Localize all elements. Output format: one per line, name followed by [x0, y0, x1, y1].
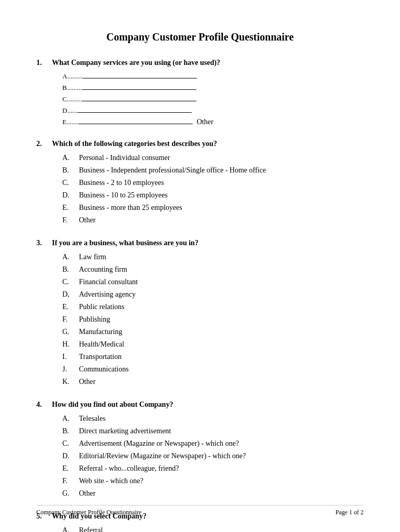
answer-letter-2-1: B. — [62, 165, 79, 176]
answer-text-2-5: Other — [79, 215, 364, 225]
footer-right: Page 1 of 2 — [336, 509, 364, 516]
answer-letter-4-0: A. — [62, 413, 79, 424]
answer-letter-2-3: D. — [62, 190, 79, 201]
question-2-text: Which of the following categories best d… — [52, 140, 364, 148]
answer-item-2-1: B.Business - Independent professional/Si… — [62, 165, 364, 176]
answer-item-3-8: I.Transportation — [62, 351, 364, 362]
answer-item-3-5: F.Publishing — [62, 314, 364, 325]
answer-letter-4-5: F. — [62, 475, 79, 486]
question-3-text: If you are a business, what business are… — [52, 239, 364, 247]
answer-letter-4-1: B. — [62, 425, 79, 436]
answer-text-4-1: Direct marketing advertisement — [79, 425, 364, 436]
answer-letter-2-5: F. — [62, 215, 79, 225]
answer-item-5-0: A.Referral — [62, 525, 364, 532]
answer-text-3-5: Publishing — [79, 314, 364, 325]
answer-letter-3-4: E. — [62, 301, 79, 312]
fill-letter-1: B......... — [62, 84, 82, 92]
answer-item-4-5: F.Web site - which one? — [62, 475, 364, 486]
answer-item-3-0: A.Law firm — [62, 251, 364, 262]
question-2: 2.Which of the following categories best… — [36, 140, 364, 225]
fill-line-1: B......... — [62, 83, 364, 92]
question-4-text: How did you find out about Company? — [52, 401, 364, 409]
answer-text-3-6: Manufacturing — [79, 326, 364, 337]
answer-item-4-1: B.Direct marketing advertisement — [62, 425, 364, 436]
answer-text-2-3: Business - 10 to 25 employees — [79, 190, 364, 201]
question-1: 1.What Company services are you using (o… — [36, 59, 364, 126]
question-1-text: What Company services are you using (or … — [52, 59, 364, 67]
fill-letter-2: C......... — [62, 95, 82, 103]
answer-text-2-0: Personal - Individual consumer — [79, 152, 364, 163]
answer-item-2-2: C.Business - 2 to 10 employees — [62, 177, 364, 188]
answer-item-3-7: H.Health/Medical — [62, 339, 364, 350]
answer-letter-3-6: G. — [62, 326, 79, 337]
answer-letter-3-9: J. — [62, 364, 79, 375]
answer-item-3-4: E.Public relations — [62, 301, 364, 312]
answer-item-3-10: K.Other — [62, 376, 364, 387]
fill-underline-3[interactable] — [77, 105, 192, 113]
answer-letter-2-2: C. — [62, 177, 79, 188]
question-4: 4.How did you find out about Company?A.T… — [36, 401, 364, 499]
answer-text-2-2: Business - 2 to 10 employees — [79, 177, 364, 188]
answer-letter-3-3: D, — [62, 289, 79, 300]
answer-item-2-3: D.Business - 10 to 25 employees — [62, 190, 364, 201]
answer-text-4-0: Telesales — [79, 413, 364, 424]
question-2-answer-list: A.Personal - Individual consumerB.Busine… — [62, 152, 364, 225]
answer-letter-4-4: E. — [62, 463, 79, 474]
fill-line-3: D...... — [62, 105, 364, 115]
answer-letter-2-4: E. — [62, 202, 79, 213]
answer-letter-3-0: A. — [62, 251, 79, 262]
page-title: Company Customer Profile Questionnaire — [36, 31, 364, 43]
fill-line-0: A......... — [62, 71, 364, 81]
answer-text-3-9: Communications — [79, 364, 364, 375]
answer-text-3-1: Accounting firm — [79, 264, 364, 275]
answer-text-2-1: Business - Independent professional/Sing… — [79, 165, 364, 176]
fill-underline-0[interactable] — [83, 71, 197, 78]
answer-letter-5-0: A. — [62, 525, 79, 532]
answer-text-4-4: Referral - who...colleague, friend? — [79, 463, 364, 474]
fill-letter-4: E....... — [62, 118, 78, 126]
fill-underline-4[interactable] — [78, 117, 193, 124]
answer-letter-3-10: K. — [62, 376, 79, 387]
answer-text-5-0: Referral — [79, 525, 364, 532]
question-3: 3.If you are a business, what business a… — [36, 239, 364, 387]
question-3-answer-list: A.Law firmB.Accounting firmC.Financial c… — [62, 251, 364, 387]
fill-line-4: E.......Other — [62, 117, 364, 126]
footer-left: Company Customer Profile Questionnaire — [36, 509, 141, 516]
answer-letter-3-7: H. — [62, 339, 79, 350]
fill-underline-1[interactable] — [82, 83, 196, 90]
answer-text-3-10: Other — [79, 376, 364, 387]
fill-letter-0: A......... — [62, 72, 83, 81]
answer-item-4-0: A.Telesales — [62, 413, 364, 424]
answer-letter-3-2: C. — [62, 276, 79, 287]
answer-item-4-4: E.Referral - who...colleague, friend? — [62, 463, 364, 474]
question-5-answer-list: A.ReferralB.PricingC.Level serviceD.Comp… — [62, 525, 364, 532]
answer-item-3-2: C.Financial consultant — [62, 276, 364, 287]
answer-text-4-3: Editorial/Review (Magazine or Newspaper)… — [79, 450, 364, 461]
answer-item-3-1: B.Accounting firm — [62, 264, 364, 275]
fill-letter-3: D...... — [62, 107, 77, 115]
question-4-number: 4. — [36, 401, 52, 409]
answer-item-4-3: D.Editorial/Review (Magazine or Newspape… — [62, 450, 364, 461]
answer-letter-2-0: A. — [62, 152, 79, 163]
answer-text-3-3: Advertising agency — [79, 289, 364, 300]
answer-item-4-2: C.Advertisement (Magazine or Newspaper) … — [62, 438, 364, 449]
answer-item-3-6: G.Manufacturing — [62, 326, 364, 337]
answer-text-4-2: Advertisement (Magazine or Newspaper) - … — [79, 438, 364, 449]
question-2-number: 2. — [36, 140, 52, 148]
answer-text-4-6: Other — [79, 488, 364, 499]
question-3-number: 3. — [36, 239, 52, 247]
answer-letter-3-8: I. — [62, 351, 79, 362]
question-1-fill-group: A.........B.........C.........D......E..… — [62, 71, 364, 126]
answer-letter-4-2: C. — [62, 438, 79, 449]
answer-letter-4-6: G. — [62, 488, 79, 499]
question-4-answer-list: A.TelesalesB.Direct marketing advertisem… — [62, 413, 364, 499]
fill-line-2: C......... — [62, 94, 364, 103]
answer-item-3-9: J.Communications — [62, 364, 364, 375]
fill-underline-2[interactable] — [82, 94, 196, 101]
answer-text-4-5: Web site - which one? — [79, 475, 364, 486]
answer-text-3-2: Financial consultant — [79, 276, 364, 287]
answer-text-3-0: Law firm — [79, 251, 364, 262]
answer-text-3-4: Public relations — [79, 301, 364, 312]
question-1-number: 1. — [36, 59, 52, 67]
answer-text-3-7: Health/Medical — [79, 339, 364, 350]
